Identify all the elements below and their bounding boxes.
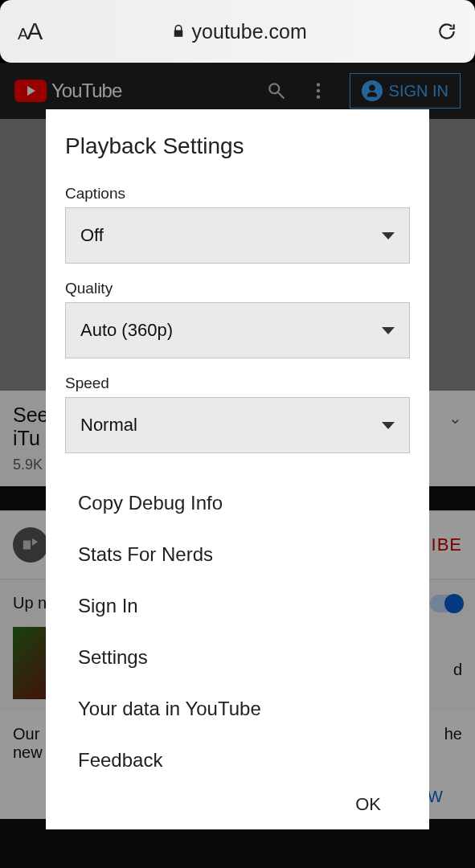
up-next-label: Up n (13, 594, 47, 612)
url-text: youtube.com (192, 20, 307, 43)
reload-icon[interactable] (436, 21, 457, 42)
youtube-play-icon (14, 80, 47, 102)
svg-point-1 (316, 89, 319, 92)
feedback-item[interactable]: Feedback (46, 735, 429, 786)
lock-icon (171, 23, 186, 40)
youtube-wordmark: YouTube (51, 80, 121, 102)
your-data-item[interactable]: Your data in YouTube (46, 683, 429, 735)
quality-label: Quality (65, 280, 410, 297)
video-title-fragment2: iTu (13, 427, 48, 450)
ok-button[interactable]: OK (355, 794, 381, 815)
sign-in-label: SIGN IN (389, 82, 448, 100)
quality-field: Quality Auto (360p) (46, 270, 429, 365)
aa-large: A (27, 18, 41, 45)
playback-settings-dialog: Playback Settings Captions Off Quality A… (46, 109, 429, 829)
text-size-button[interactable]: A A (18, 18, 41, 45)
browser-address-bar: A A youtube.com (0, 0, 475, 63)
youtube-logo[interactable]: YouTube (14, 80, 121, 102)
svg-point-0 (316, 83, 319, 86)
captions-value: Off (80, 225, 104, 246)
speed-label: Speed (65, 375, 410, 392)
desc-l1: Our (13, 725, 39, 743)
captions-label: Captions (65, 185, 410, 203)
autoplay-toggle[interactable] (430, 595, 462, 612)
captions-field: Captions Off (46, 175, 429, 270)
speed-value: Normal (80, 415, 137, 436)
search-icon[interactable] (266, 80, 287, 101)
sign-in-item[interactable]: Sign In (46, 580, 429, 632)
dialog-title: Playback Settings (46, 133, 429, 175)
channel-avatar-icon (13, 527, 48, 563)
sign-in-button[interactable]: SIGN IN (350, 73, 461, 108)
rec-text-fragment: d (453, 661, 475, 679)
stats-for-nerds-item[interactable]: Stats For Nerds (46, 529, 429, 580)
chevron-down-icon (382, 327, 395, 334)
copy-debug-info-item[interactable]: Copy Debug Info (46, 477, 429, 529)
dialog-action-row: OK (46, 786, 429, 815)
settings-item[interactable]: Settings (46, 632, 429, 683)
desc-r1: he (444, 725, 462, 743)
captions-select[interactable]: Off (65, 207, 410, 264)
dialog-menu-list: Copy Debug Info Stats For Nerds Sign In … (46, 477, 429, 786)
speed-field: Speed Normal (46, 365, 429, 460)
speed-select[interactable]: Normal (65, 397, 410, 453)
menu-dots-icon[interactable] (308, 80, 329, 101)
quality-value: Auto (360p) (80, 320, 173, 341)
chevron-down-icon[interactable]: ⌄ (448, 408, 462, 428)
chevron-down-icon (382, 422, 395, 429)
chevron-down-icon (382, 232, 395, 240)
video-title-fragment: See (13, 403, 48, 427)
url-display[interactable]: youtube.com (41, 20, 436, 43)
svg-point-2 (316, 95, 319, 98)
quality-select[interactable]: Auto (360p) (65, 302, 410, 358)
avatar-icon (362, 80, 383, 101)
aa-small: A (18, 25, 27, 43)
